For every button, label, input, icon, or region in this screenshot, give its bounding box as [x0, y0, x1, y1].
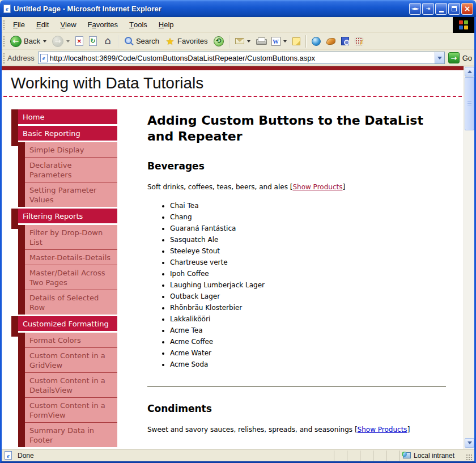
address-dropdown-button[interactable] — [435, 52, 444, 63]
sidebar-item[interactable]: Master/Detail Across Two Pages — [11, 265, 117, 290]
sidebar-item[interactable]: Details of Selected Row — [11, 290, 117, 315]
stop-button[interactable] — [73, 34, 86, 49]
resize-grip[interactable] — [466, 454, 473, 461]
grid-highlight-icon — [355, 37, 363, 45]
vertical-scrollbar[interactable] — [464, 66, 474, 449]
section-description: Soft drinks, coffees, teas, beers, and a… — [147, 183, 446, 191]
scroll-down-button[interactable] — [465, 438, 474, 448]
messenger-button[interactable] — [309, 34, 324, 49]
sidebar-marker — [18, 333, 25, 347]
minimize-button[interactable] — [435, 3, 447, 15]
search-button[interactable]: Search — [121, 34, 162, 49]
show-products-link[interactable]: Show Products — [358, 426, 407, 434]
address-input[interactable] — [50, 54, 435, 62]
scroll-up-button[interactable] — [465, 67, 474, 77]
sidebar-item-label: Filter by Drop-Down List — [25, 225, 117, 249]
section-beverages: Beverages Soft drinks, coffees, teas, be… — [147, 160, 446, 370]
sidebar-marker — [18, 142, 25, 157]
sidebar-item[interactable]: Setting Parameter Values — [11, 182, 117, 207]
book-search-button[interactable] — [338, 34, 352, 49]
sidebar-item[interactable]: Format Colors — [11, 333, 117, 347]
drag-handle[interactable] — [2, 35, 5, 46]
minimize-icon — [439, 11, 444, 12]
sidebar-item[interactable]: Summary Data in Footer — [11, 422, 117, 447]
back-button[interactable]: Back — [7, 34, 49, 49]
dropdown-caret-icon[interactable] — [66, 40, 70, 43]
sidebar-item[interactable]: Filter by Drop-Down List — [11, 225, 117, 249]
go-button[interactable]: → Go — [448, 52, 472, 63]
menu-view[interactable]: View — [54, 17, 82, 32]
sidebar-item[interactable]: Customized Formatting — [11, 316, 117, 331]
sidebar-marker — [18, 347, 25, 372]
sidebar-item-label: Details of Selected Row — [25, 290, 117, 315]
favorites-label: Favorites — [177, 37, 207, 45]
product-item: Acme Coffee — [170, 336, 446, 347]
address-field[interactable]: e — [38, 52, 445, 64]
sidebar-item[interactable]: Basic Reporting — [11, 126, 117, 141]
sidebar-item[interactable]: Filtering Reports — [11, 209, 117, 223]
sidebar-item[interactable]: Master-Details-Details — [11, 249, 117, 265]
product-item: Steeleye Stout — [170, 245, 446, 257]
windows-logo-icon — [453, 17, 474, 33]
forward-icon — [52, 36, 63, 47]
dropdown-caret-icon[interactable] — [283, 40, 287, 43]
product-item: Laughing Lumberjack Lager — [170, 279, 446, 291]
menu-favorites[interactable]: Favorites — [82, 17, 124, 32]
word-button[interactable] — [269, 34, 290, 49]
status-pane-empty — [347, 451, 360, 461]
section-description: Sweet and savory sauces, relishes, sprea… — [147, 426, 446, 434]
sidebar-item[interactable]: Custom Content in a FormView — [11, 397, 117, 422]
scroll-thumb[interactable] — [465, 77, 474, 130]
sidebar-indent — [11, 182, 18, 207]
dropdown-caret-icon[interactable] — [43, 40, 46, 43]
sidebar-item-label: Home — [18, 109, 117, 124]
title-bar[interactable]: e Untitled Page - Microsoft Internet Exp… — [0, 0, 476, 17]
history-button[interactable] — [211, 34, 227, 49]
forward-button[interactable] — [49, 34, 73, 49]
research-fox-button[interactable] — [324, 34, 338, 49]
menu-bar-row: FileEditViewFavoritesToolsHelp — [2, 17, 474, 33]
sidebar-marker — [11, 316, 18, 331]
drag-handle[interactable] — [2, 52, 5, 63]
go-arrow-icon: → — [448, 52, 460, 63]
mail-button[interactable] — [232, 34, 253, 49]
menu-file[interactable]: File — [7, 17, 31, 32]
section-heading: Beverages — [147, 160, 446, 172]
product-item: Sasquatch Ale — [170, 234, 446, 245]
sidebar-item[interactable]: Declarative Parameters — [11, 157, 117, 182]
intranet-zone-icon — [403, 452, 411, 458]
resize-arrows-button[interactable]: ◄► — [409, 3, 421, 15]
sidebar-indent — [11, 290, 18, 315]
sidebar-item[interactable]: Custom Content in a GridView — [11, 347, 117, 372]
search-label: Search — [136, 37, 159, 45]
maximize-button[interactable] — [448, 3, 460, 15]
bracket-close: ] — [342, 183, 345, 191]
menu-help[interactable]: Help — [153, 17, 180, 32]
refresh-button[interactable] — [86, 34, 100, 49]
show-products-link[interactable]: Show Products — [292, 183, 342, 191]
section-heading: Condiments — [147, 403, 446, 414]
menu-tools[interactable]: Tools — [124, 17, 153, 32]
undock-button[interactable]: ⇥ — [422, 3, 434, 15]
sidebar-indent — [11, 265, 18, 290]
window-title: Untitled Page - Microsoft Internet Explo… — [14, 5, 409, 13]
sidebar-marker — [18, 249, 25, 265]
page-favicon: e — [40, 54, 48, 62]
sidebar-item-label: Master/Detail Across Two Pages — [25, 265, 117, 290]
favorites-button[interactable]: Favorites — [162, 34, 210, 49]
sidebar-item[interactable]: Custom Content in a DetailsView — [11, 372, 117, 397]
home-button[interactable] — [100, 34, 116, 49]
sidebar-indent — [11, 422, 18, 447]
page-title: Adding Custom Buttons to the DataList an… — [147, 113, 446, 145]
sidebar-item[interactable]: Simple Display — [11, 142, 117, 157]
note-button[interactable] — [290, 34, 303, 49]
grid-highlight-button[interactable] — [352, 34, 366, 49]
dropdown-caret-icon[interactable] — [247, 40, 250, 43]
menu-edit[interactable]: Edit — [31, 17, 54, 32]
close-button[interactable]: × — [461, 3, 473, 15]
sidebar-indent — [11, 249, 18, 265]
messenger-icon — [312, 37, 321, 46]
print-button[interactable] — [253, 34, 269, 49]
sidebar-item[interactable]: Home — [11, 109, 117, 124]
drag-handle[interactable] — [2, 19, 5, 30]
